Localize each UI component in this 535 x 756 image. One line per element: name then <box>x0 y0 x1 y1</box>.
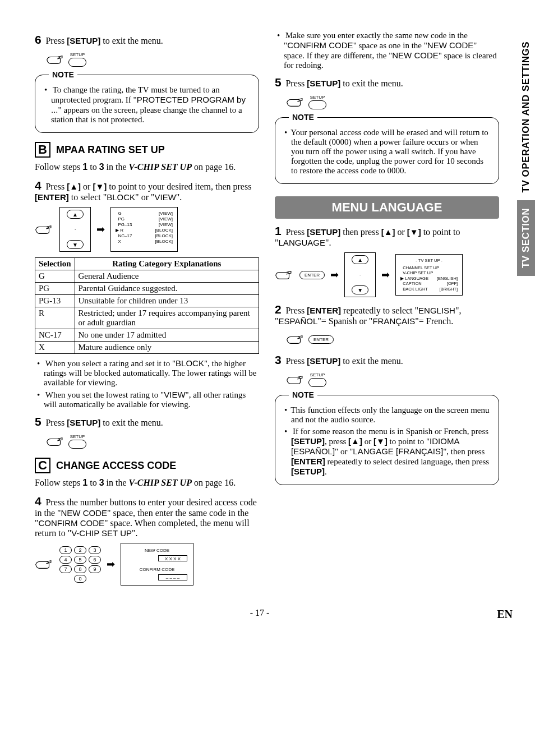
page-footer: - 17 - EN <box>0 602 535 632</box>
keypad-key: 5 <box>74 556 86 564</box>
osd-mpaa: G[VIEW] PG[VIEW] PG–13[VIEW]▶ R[BLOCK] N… <box>110 207 178 252</box>
new-code-label: NEW CODE <box>127 548 187 553</box>
hand-pointing-icon <box>35 556 54 573</box>
osd-row: ▶ LANGUAGE[ENGLISH] <box>400 276 458 281</box>
oval-button-icon <box>68 440 86 449</box>
table-header-explanations: Rating Category Explanations <box>75 258 259 270</box>
remote-enter-row: ENTER <box>286 331 499 348</box>
osd-row: CAPTION[OFF] <box>400 281 458 286</box>
step-3-lang: 3 Press [SETUP] to exit the menu. <box>275 353 499 367</box>
section-c-head: C CHANGE ACCESS CODE <box>35 458 259 473</box>
step-1-lang: 1 Press [SETUP] then press [▲] or [▼] to… <box>275 224 499 248</box>
tab-tv-operation: TV OPERATION AND SETTINGS <box>517 34 535 200</box>
remote-setup-row: SETUP <box>46 433 259 450</box>
osd-row: V-CHIP SET UP <box>400 270 458 275</box>
new-code-field: X X X X <box>158 555 187 561</box>
keypad-icon: 1234567890 <box>59 546 101 583</box>
section-letter: B <box>35 142 50 158</box>
remote-setup-row: SETUP <box>286 94 499 110</box>
list-item: When you select a rating and set it to "… <box>37 358 259 388</box>
page-lang: EN <box>497 608 513 621</box>
left-column: 6 Press [SETUP] to exit the menu. SETUP … <box>35 31 259 591</box>
keypad-key: 2 <box>74 546 86 554</box>
table-header-selection: Selection <box>35 258 75 270</box>
step-4-code: 4 Press the number buttons to enter your… <box>35 495 259 538</box>
arrow-right-icon: ➡ <box>330 269 339 281</box>
keypad-key: 9 <box>89 565 101 573</box>
table-row: RRestricted; under 17 requires accompany… <box>35 307 259 329</box>
remote-setup-row: SETUP <box>286 371 499 388</box>
step-2-lang: 2 Press [ENTER] repeatedly to select "EN… <box>275 303 499 326</box>
note-line: If for some reason the menu is in Spanis… <box>284 427 492 477</box>
keypad-key: 1 <box>59 546 72 554</box>
key-setup: [SETUP] <box>67 36 100 45</box>
osd-row: X[BLOCK] <box>116 239 173 245</box>
keypad-key: 6 <box>89 556 101 564</box>
note-lines: To change the rating, the TV must be tur… <box>42 85 252 125</box>
note-title: NOTE <box>49 70 77 79</box>
list-item: When you set the lowest rating to "VIEW"… <box>37 390 259 409</box>
setup-button-graphic: SETUP <box>308 95 326 109</box>
table-row: GGeneral Audience <box>35 270 259 283</box>
oval-button-icon <box>68 58 86 67</box>
table-row: PG-13Unsuitable for children under 13 <box>35 295 259 307</box>
osd-row: BACK LIGHT[BRIGHT] <box>400 287 458 292</box>
osd-row: CHANNEL SET UP <box>400 265 458 270</box>
osd-title: - TV SET UP - <box>400 258 458 263</box>
note-box-protected: NOTE To change the rating, the TV must b… <box>35 75 259 133</box>
hand-pointing-icon <box>286 371 305 388</box>
oval-button-icon <box>308 378 326 387</box>
note-box-language: NOTE This function effects only the lang… <box>275 395 499 485</box>
osd-tv-setup: - TV SET UP - CHANNEL SET UP V-CHIP SET … <box>395 254 463 296</box>
keypad-key: 4 <box>59 556 72 564</box>
up-arrow-icon: ▲ <box>67 210 84 219</box>
osd-row: NC–17[BLOCK] <box>116 233 173 239</box>
oval-button-icon <box>308 100 326 109</box>
hand-pointing-icon <box>286 94 305 110</box>
arrow-right-icon: ➡ <box>96 223 105 236</box>
down-arrow-icon: ▼ <box>352 285 368 294</box>
setup-button-label: SETUP <box>68 53 86 57</box>
step-4-mpaa: 4 Press [▲] or [▼] to point to your desi… <box>35 179 259 202</box>
setup-button-graphic: SETUP <box>68 435 86 449</box>
osd-row: G[VIEW] <box>116 211 173 216</box>
hand-pointing-icon <box>46 51 65 68</box>
enter-button-icon: ENTER <box>308 335 334 344</box>
section-letter: C <box>35 458 50 473</box>
note-line: To change the rating, the TV must be tur… <box>44 85 252 125</box>
confirm-code-field: – – – – <box>158 574 187 580</box>
setup-button-graphic: SETUP <box>68 53 86 67</box>
section-title: CHANGE ACCESS CODE <box>56 460 176 472</box>
mpaa-notes: When you select a rating and set it to "… <box>35 358 259 409</box>
follow-steps-c: Follow steps 1 to 3 in the V-CHIP SET UP… <box>35 478 259 488</box>
note-box-access-code: NOTE Your personal access code will be e… <box>275 117 499 184</box>
step-6: 6 Press [SETUP] to exit the menu. <box>35 33 259 47</box>
up-arrow-icon: ▲ <box>352 255 368 264</box>
keypad-key: 8 <box>74 565 86 573</box>
right-column: Make sure you enter exactly the same new… <box>275 31 499 591</box>
keypad-key: 0 <box>74 575 86 583</box>
list-item: Make sure you enter exactly the same new… <box>277 31 499 70</box>
diagram-lang: ENTER ➡ ▲ · ▼ ➡ - TV SET UP - CHANNEL SE… <box>275 252 499 297</box>
step-5-mpaa: 5 Press [SETUP] to exit the menu. <box>35 415 259 428</box>
confirm-code-label: CONFIRM CODE <box>127 567 187 572</box>
banner-menu-language: MENU LANGUAGE <box>275 196 499 219</box>
table-row: NC-17No one under 17 admitted <box>35 329 259 342</box>
note-line: This function effects only the language … <box>284 405 492 425</box>
hand-pointing-icon <box>286 331 305 348</box>
setup-button-graphic: SETUP <box>308 373 326 387</box>
ratings-table: Selection Rating Category Explanations G… <box>35 257 259 354</box>
section-b-head: B MPAA RATING SET UP <box>35 142 259 158</box>
step-number: 6 <box>35 33 41 46</box>
hand-pointing-icon <box>35 221 54 238</box>
dpad-icon: ▲ · ▼ <box>344 252 376 297</box>
step-text-tail: to exit the menu. <box>100 36 163 45</box>
side-tabs: TV OPERATION AND SETTINGS TV SECTION <box>517 34 535 276</box>
dpad-icon: ▲ · ▼ <box>59 207 91 252</box>
step-5-code: 5 Press [SETUP] to exit the menu. <box>275 76 499 89</box>
diagram-code: 1234567890 ➡ NEW CODE X X X X CONFIRM CO… <box>35 543 259 586</box>
enter-button-icon: ENTER <box>299 271 325 279</box>
keypad-key: 3 <box>89 546 101 554</box>
osd-row: PG–13[VIEW] <box>116 222 173 228</box>
tab-tv-section: TV SECTION <box>517 200 535 276</box>
